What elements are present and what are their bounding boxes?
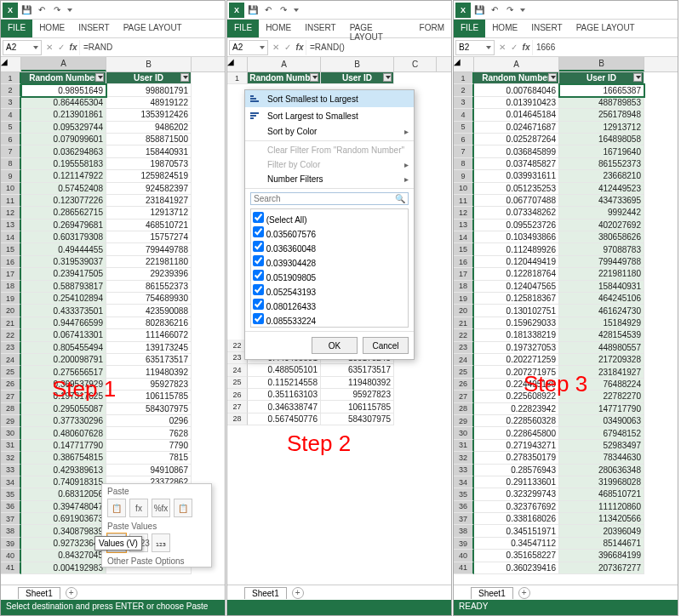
cell[interactable]: 0.004192983 bbox=[21, 562, 106, 574]
filter-search[interactable]: 🔍 bbox=[250, 192, 409, 205]
cell[interactable]: 0.037485827 bbox=[474, 158, 559, 170]
cell[interactable]: 858871500 bbox=[106, 134, 192, 145]
name-box[interactable]: B2 bbox=[455, 40, 495, 55]
row-header[interactable]: 19 bbox=[454, 293, 474, 305]
cell[interactable]: 158440931 bbox=[559, 281, 644, 293]
row-header[interactable]: 11 bbox=[1, 195, 21, 207]
cell[interactable]: 0.125818367 bbox=[474, 293, 559, 305]
cell[interactable]: 0.588793817 bbox=[21, 281, 106, 293]
cell[interactable]: 280636348 bbox=[559, 465, 644, 476]
name-box[interactable]: A2 bbox=[229, 40, 268, 55]
cell[interactable]: 0.271943271 bbox=[474, 440, 559, 452]
cell[interactable]: 0.228645800 bbox=[474, 427, 559, 439]
paste-all-icon[interactable]: 📋 bbox=[107, 499, 126, 517]
cell[interactable]: 0.200098791 bbox=[21, 354, 106, 366]
row-header[interactable]: 20 bbox=[454, 305, 474, 317]
row-header[interactable]: 3 bbox=[1, 97, 21, 109]
row-header[interactable]: 22 bbox=[1, 329, 21, 341]
paste-formulas-icon[interactable]: fx bbox=[129, 499, 148, 517]
row-header[interactable]: 35 bbox=[1, 488, 21, 500]
cell[interactable]: 0.433373501 bbox=[21, 305, 106, 317]
cell[interactable]: 0.377330296 bbox=[21, 415, 106, 427]
cell[interactable]: 584307975 bbox=[321, 414, 394, 425]
tab-home[interactable]: HOME bbox=[32, 20, 72, 37]
cell[interactable]: 468510721 bbox=[559, 488, 644, 500]
col-header-a[interactable]: A bbox=[248, 57, 321, 71]
cell[interactable]: 23668210 bbox=[559, 170, 644, 182]
cell[interactable]: 0.98951649 bbox=[21, 84, 106, 96]
col-header-b[interactable]: B bbox=[559, 57, 644, 71]
cell[interactable]: 0.103493866 bbox=[474, 231, 559, 243]
sort-desc-item[interactable]: Sort Largest to Smallest bbox=[245, 107, 414, 124]
cell[interactable]: 0.323299743 bbox=[474, 488, 559, 500]
row-header[interactable]: 29 bbox=[1, 415, 21, 427]
cell[interactable]: 95927823 bbox=[106, 379, 192, 391]
col-header-a[interactable]: A bbox=[474, 57, 559, 71]
cell[interactable]: 0.360239416 bbox=[474, 562, 559, 574]
redo-icon[interactable]: ↷ bbox=[277, 3, 290, 17]
cell[interactable]: 861552373 bbox=[106, 281, 192, 293]
cell[interactable]: 0.480607628 bbox=[21, 427, 106, 439]
row-header[interactable]: 24 bbox=[1, 354, 21, 366]
paste-keep-fmt-icon[interactable]: 📋 bbox=[174, 499, 192, 517]
sheet-tab[interactable]: Sheet1 bbox=[471, 587, 513, 599]
row-header[interactable]: 25 bbox=[1, 366, 21, 378]
col-header-a[interactable]: A bbox=[21, 57, 106, 71]
filter-icon[interactable] bbox=[633, 73, 642, 82]
cell[interactable]: 207367277 bbox=[559, 562, 644, 574]
row-header[interactable]: 22 bbox=[454, 329, 474, 341]
cell[interactable]: 119480392 bbox=[321, 377, 394, 389]
filter-checkbox-item[interactable]: 0.036360048 bbox=[253, 240, 406, 254]
save-icon[interactable]: 💾 bbox=[246, 3, 260, 17]
cell[interactable]: 998801791 bbox=[106, 84, 192, 96]
cell[interactable]: 12913712 bbox=[559, 122, 644, 134]
cell[interactable]: 799449788 bbox=[559, 256, 644, 268]
cell[interactable]: 0.351163103 bbox=[248, 389, 321, 401]
formula-input[interactable]: =RAND bbox=[79, 40, 225, 55]
cell[interactable]: 106115785 bbox=[321, 401, 394, 413]
cell[interactable]: 256178948 bbox=[559, 109, 644, 121]
row-header[interactable]: 8 bbox=[1, 158, 21, 170]
undo-icon[interactable]: ↶ bbox=[488, 3, 501, 17]
cell[interactable]: 231841927 bbox=[106, 195, 192, 207]
row-header[interactable]: 24 bbox=[454, 354, 474, 366]
cell[interactable]: 0.269479681 bbox=[21, 220, 106, 231]
cell[interactable]: 0.228560328 bbox=[474, 415, 559, 427]
cell[interactable]: 16665387 bbox=[559, 84, 644, 96]
row-header[interactable]: 18 bbox=[454, 281, 474, 293]
cell[interactable]: 03490063 bbox=[559, 415, 644, 427]
row-header[interactable]: 13 bbox=[1, 220, 21, 231]
cell[interactable]: 0.338168026 bbox=[474, 513, 559, 525]
row-header[interactable]: 27 bbox=[1, 391, 21, 402]
add-sheet-icon[interactable]: + bbox=[66, 587, 77, 599]
row-header[interactable]: 14 bbox=[454, 231, 474, 243]
cell[interactable]: 94910867 bbox=[106, 465, 192, 476]
name-box[interactable]: A2 bbox=[3, 40, 42, 55]
sort-asc-item[interactable]: Sort Smallest to Largest bbox=[245, 90, 414, 107]
checkbox[interactable] bbox=[253, 270, 264, 281]
redo-icon[interactable]: ↷ bbox=[503, 3, 517, 17]
table-header-random[interactable]: Random Number bbox=[248, 72, 321, 84]
cell[interactable]: 0.691903673 bbox=[21, 513, 106, 525]
cell[interactable]: 78344630 bbox=[559, 452, 644, 464]
row-header[interactable]: 31 bbox=[454, 440, 474, 452]
cell[interactable]: 319968028 bbox=[559, 476, 644, 488]
row-header[interactable]: 40 bbox=[1, 550, 21, 562]
row-header[interactable]: 8 bbox=[454, 158, 474, 170]
row-header[interactable]: 28 bbox=[454, 403, 474, 415]
cell[interactable]: 0.340879839 bbox=[21, 525, 106, 537]
cell[interactable]: 0.014645184 bbox=[474, 109, 559, 121]
formula-input[interactable]: =RAND() bbox=[306, 40, 451, 55]
cell[interactable]: 380658626 bbox=[559, 231, 644, 243]
cell[interactable]: 754689930 bbox=[106, 293, 192, 305]
row-header[interactable]: 12 bbox=[454, 207, 474, 219]
cell[interactable]: 1353912426 bbox=[106, 109, 192, 121]
cell[interactable]: 0.122818764 bbox=[474, 268, 559, 280]
number-filters-item[interactable]: Number Filters▸ bbox=[245, 172, 414, 186]
checkbox[interactable] bbox=[253, 241, 264, 252]
row-header[interactable]: 7 bbox=[1, 145, 21, 157]
row-header[interactable]: 1 bbox=[227, 72, 248, 84]
table-header-random[interactable]: Random Number bbox=[474, 72, 559, 84]
row-header[interactable]: 24 bbox=[227, 364, 248, 376]
filter-search-input[interactable] bbox=[254, 194, 395, 203]
